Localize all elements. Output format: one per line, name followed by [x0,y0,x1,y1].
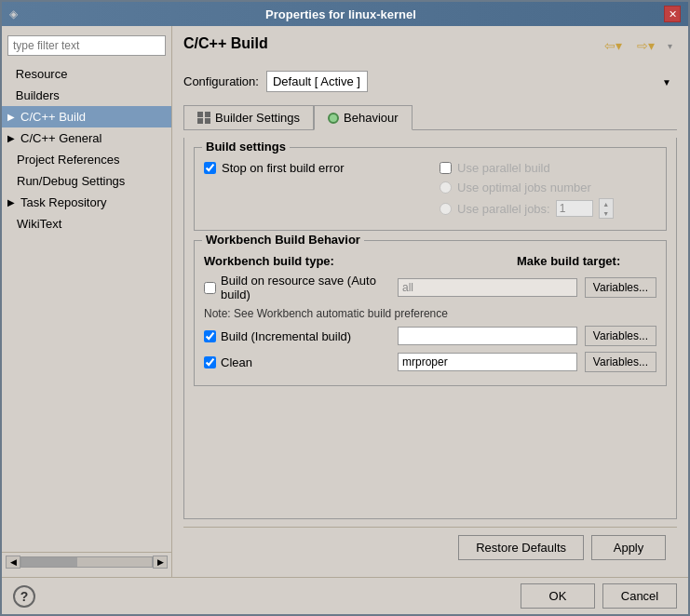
incremental-label-cell: Build (Incremental build) [204,329,390,343]
incremental-variables-button[interactable]: Variables... [585,326,656,346]
config-select[interactable]: Default [ Active ] [266,71,368,92]
sidebar-scrollbar[interactable]: ◀ ▶ [2,552,171,571]
sidebar-item-wikitext[interactable]: WikiText [2,213,171,234]
sidebar-item-label: Project References [17,153,120,167]
use-parallel-checkbox[interactable] [440,162,452,174]
auto-build-target-input[interactable] [398,278,577,297]
build-col-right: Use parallel build Use optimal jobs numb… [440,161,656,222]
window-title: Properties for linux-kernel [18,7,664,21]
ok-button[interactable]: OK [521,583,595,609]
sidebar-item-project-references[interactable]: Project References [2,149,171,170]
spinner-up-icon[interactable]: ▲ [600,199,613,208]
auto-build-label: Build on resource save (Auto build) [221,274,390,301]
workbench-section: Workbench Build Behavior Workbench build… [194,240,667,386]
sidebar-item-resource[interactable]: Resource [2,63,171,85]
clean-target-input[interactable] [398,353,577,371]
nav-menu-button[interactable]: ▾ [663,38,677,54]
sidebar-item-label: Run/Debug Settings [17,174,125,188]
sidebar-item-cpp-general[interactable]: ▶ C/C++ General [2,127,171,149]
use-parallel-label: Use parallel build [457,161,550,175]
sidebar-item-task-repo[interactable]: ▶ Task Repository [2,192,171,213]
use-optimal-radio[interactable] [440,181,452,194]
parallel-jobs-input[interactable]: 1 [556,200,593,217]
builder-settings-icon [197,112,210,125]
tab-builder-settings[interactable]: Builder Settings [183,105,314,129]
sidebar-item-label: WikiText [17,217,61,231]
incremental-checkbox[interactable] [204,330,216,342]
clean-checkbox[interactable] [204,356,216,368]
workbench-content: Workbench build type: Make build target:… [204,254,656,372]
sidebar: Resource Builders ▶ C/C++ Build ▶ C/C++ … [2,26,172,577]
sidebar-item-cpp-build[interactable]: ▶ C/C++ Build [2,106,171,127]
tab-behaviour-label: Behaviour [344,111,399,125]
incremental-target-input[interactable] [398,327,577,345]
collapse-arrow-icon: ▶ [7,133,15,143]
close-button[interactable]: ✕ [664,6,681,22]
build-settings-legend: Build settings [202,140,290,154]
parallel-jobs-spinner[interactable]: ▲ ▼ [599,198,614,219]
use-optimal-row: Use optimal jobs number [440,181,656,194]
sidebar-item-label: Task Repository [20,195,106,209]
scroll-track [20,556,153,568]
nav-back-button[interactable]: ⇦▾ [598,35,629,56]
scroll-right-button[interactable]: ▶ [153,556,168,569]
build-settings-section: Build settings Stop on first build error [194,147,667,231]
cancel-button[interactable]: Cancel [602,583,677,609]
expand-arrow-icon: ▶ [7,197,15,208]
parallel-jobs-label: Use parallel jobs: [457,202,550,216]
expand-arrow-icon: ▶ [7,112,15,122]
stop-on-error-checkbox[interactable] [204,162,216,174]
apply-button[interactable]: Apply [591,535,666,560]
make-target-header: Make build target: [517,254,656,268]
main-window: ◈ Properties for linux-kernel ✕ Resource… [0,0,690,616]
nav-icons: ⇦▾ ⇨▾ ▾ [598,35,677,56]
sidebar-item-run-debug[interactable]: Run/Debug Settings [2,170,171,192]
clean-variables-button[interactable]: Variables... [585,352,656,372]
config-row: Configuration: Default [ Active ] [183,71,677,92]
filter-input[interactable] [7,35,166,56]
clean-label-cell: Clean [204,355,390,369]
tab-behaviour[interactable]: Behaviour [314,105,413,130]
parallel-jobs-radio[interactable] [440,203,452,215]
build-type-header: Workbench build type: [204,254,498,268]
tab-builder-settings-label: Builder Settings [215,111,300,125]
ok-cancel-group: OK Cancel [521,583,677,609]
scroll-thumb[interactable] [21,557,77,567]
parallel-jobs-row: Use parallel jobs: 1 ▲ ▼ [440,198,656,219]
no-arrow-icon [7,69,10,79]
restore-defaults-button[interactable]: Restore Defaults [458,535,584,560]
restore-apply-bar: Restore Defaults Apply [183,527,677,568]
window-icon: ◈ [9,7,18,20]
sidebar-item-label: Resource [16,67,68,81]
auto-build-variables-button[interactable]: Variables... [585,277,656,298]
behaviour-radio-icon [328,113,339,124]
help-button[interactable]: ? [13,585,35,608]
auto-build-row: Build on resource save (Auto build) Vari… [204,274,656,301]
incremental-build-row: Build (Incremental build) Variables... [204,326,656,346]
no-arrow-icon [7,90,10,100]
sidebar-item-label: Builders [16,88,60,102]
auto-build-label-cell: Build on resource save (Auto build) [204,274,390,301]
workbench-header: Workbench build type: Make build target: [204,254,656,268]
config-select-wrapper: Default [ Active ] [266,71,677,92]
tab-panel: Build settings Stop on first build error [183,138,677,519]
auto-build-checkbox[interactable] [204,282,216,294]
scroll-left-button[interactable]: ◀ [6,556,20,569]
build-col-left: Stop on first build error [204,161,421,222]
stop-on-error-label: Stop on first build error [222,161,345,175]
bottom-bar: ? OK Cancel [2,577,688,614]
stop-on-error-row: Stop on first build error [204,161,421,175]
workbench-legend: Workbench Build Behavior [202,233,364,247]
note-text: Note: See Workbench automatic build pref… [204,307,656,320]
nav-forward-button[interactable]: ⇨▾ [630,35,661,56]
config-label: Configuration: [183,74,259,88]
title-bar: ◈ Properties for linux-kernel ✕ [2,2,688,26]
spinner-down-icon[interactable]: ▼ [600,208,613,218]
use-optimal-label: Use optimal jobs number [457,181,591,194]
window-body: Resource Builders ▶ C/C++ Build ▶ C/C++ … [2,26,688,577]
sidebar-item-builders[interactable]: Builders [2,85,171,106]
main-content: C/C++ Build ⇦▾ ⇨▾ ▾ Configuration: Defau… [172,26,688,577]
sidebar-item-label: C/C++ General [20,131,101,145]
sidebar-item-label: C/C++ Build [20,110,86,124]
clean-row: Clean Variables... [204,352,656,372]
